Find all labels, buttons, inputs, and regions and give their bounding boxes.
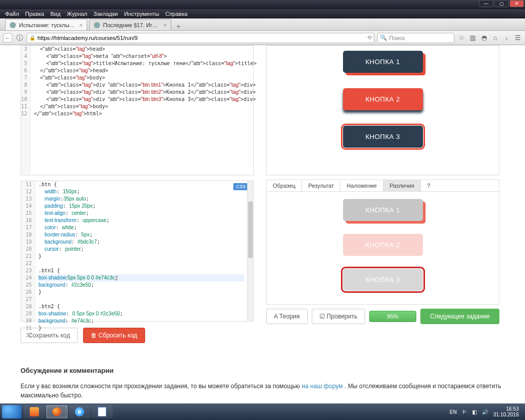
menu-history[interactable]: Журнал bbox=[65, 11, 89, 17]
menu-help[interactable]: Справка bbox=[163, 11, 189, 17]
menu-edit[interactable]: Правка bbox=[23, 11, 46, 17]
menu-bookmarks[interactable]: Закладки bbox=[91, 11, 120, 17]
discussion-text: Если у вас возникли сложности при прохож… bbox=[21, 383, 301, 390]
time-text: 16:53 bbox=[493, 406, 519, 412]
search-icon: 🔍 bbox=[380, 34, 387, 41]
search-input[interactable]: 🔍 Поиск bbox=[377, 33, 454, 43]
clock[interactable]: 16:53 31.10.2016 bbox=[493, 406, 519, 417]
search-placeholder: Поиск bbox=[389, 35, 405, 41]
bookmark-icon[interactable]: ☆ bbox=[457, 34, 466, 42]
compare-tab-result[interactable]: Результат bbox=[302, 180, 340, 191]
menu-file[interactable]: Файл bbox=[3, 11, 21, 17]
preview-button-1: КНОПКА 1 bbox=[343, 51, 423, 73]
preview-pane: КНОПКА 1 КНОПКА 2 КНОПКА 3 bbox=[266, 45, 499, 175]
browser-tab-0[interactable]: Испытание: тусклые тени… × bbox=[5, 19, 87, 30]
reset-label: Сбросить код bbox=[98, 332, 137, 339]
css-code[interactable]: .btn { width: 150px; margin:35px auto; p… bbox=[35, 181, 247, 321]
home-icon[interactable]: ⌂ bbox=[491, 34, 499, 42]
flag-icon[interactable]: 🏳 bbox=[462, 409, 467, 415]
discussion-heading: Обсуждение и комментарии bbox=[21, 367, 504, 374]
menu-tools[interactable]: Инструменты bbox=[122, 11, 161, 17]
css-badge: CSS bbox=[233, 183, 248, 190]
taskbar-item-doc[interactable] bbox=[91, 405, 113, 418]
library-icon[interactable]: ▥ bbox=[469, 34, 477, 42]
downloads-icon[interactable]: ↓ bbox=[502, 34, 511, 42]
compare-tab-overlay[interactable]: Наложение bbox=[340, 180, 383, 191]
new-tab-button[interactable]: + bbox=[173, 23, 184, 30]
volume-icon[interactable]: 🔊 bbox=[482, 409, 488, 415]
compare-tab-diff[interactable]: Различия bbox=[383, 180, 421, 191]
date-text: 31.10.2016 bbox=[493, 412, 519, 417]
forum-link[interactable]: на наш форум bbox=[301, 383, 342, 390]
taskbar-item-wmp[interactable] bbox=[24, 405, 45, 418]
check-button[interactable]: ☑ Проверить bbox=[312, 309, 365, 324]
url-text: https://htmlacademy.ru/courses/51/run/9 bbox=[37, 35, 137, 41]
internet-explorer-icon bbox=[75, 407, 84, 416]
compare-tab-sample[interactable]: Образец bbox=[267, 180, 302, 191]
browser-addressbar: ← ⓘ 🔒 https://htmlacademy.ru/courses/51/… bbox=[0, 31, 525, 45]
tab-title: Испытание: тусклые тени… bbox=[19, 22, 75, 28]
taskbar-item-firefox[interactable] bbox=[46, 405, 68, 418]
tab-close-icon[interactable]: × bbox=[164, 22, 167, 28]
reset-code-button[interactable]: 🗑 Сбросить код bbox=[83, 328, 145, 343]
pocket-icon[interactable]: ◓ bbox=[480, 34, 488, 42]
css-editor[interactable]: CSS 11 12 13 14 15 16 17 18 19 20 21 22 … bbox=[21, 181, 254, 322]
favicon-icon bbox=[94, 22, 100, 28]
menu-view[interactable]: Вид bbox=[48, 11, 63, 17]
html-code[interactable]: <"attr">class="tag">head> <"attr">class=… bbox=[31, 46, 259, 175]
minimize-button[interactable]: — bbox=[479, 0, 493, 7]
diff-button-1: КНОПКА 1 bbox=[343, 199, 423, 221]
info-icon[interactable]: ⓘ bbox=[15, 34, 24, 42]
diff-button-3: КНОПКА 3 bbox=[343, 269, 423, 291]
comparison-pane: Образец Результат Наложение Различия ? К… bbox=[266, 179, 499, 305]
close-button[interactable]: ✕ bbox=[510, 0, 524, 7]
trash-icon: 🗑 bbox=[91, 332, 98, 339]
checkmark-icon: ☑ bbox=[319, 313, 327, 320]
preview-button-3: КНОПКА 3 bbox=[343, 126, 423, 148]
favicon-icon bbox=[10, 22, 16, 28]
theory-label: Теория bbox=[279, 313, 300, 320]
maximize-button[interactable]: ▢ bbox=[494, 0, 509, 7]
url-input[interactable]: 🔒 https://htmlacademy.ru/courses/51/run/… bbox=[27, 33, 374, 43]
font-icon: A bbox=[274, 313, 279, 320]
compare-tab-help[interactable]: ? bbox=[421, 180, 436, 191]
progress-bar: 95% bbox=[369, 311, 416, 322]
scrollbar-thumb[interactable] bbox=[248, 202, 253, 258]
html-gutter: 3 4 5 6 7 8 9 10 11 12 bbox=[21, 46, 31, 175]
network-icon[interactable]: ◧ bbox=[472, 409, 477, 415]
windows-taskbar: EN 🏳 ◧ 🔊 16:53 31.10.2016 bbox=[0, 404, 525, 420]
preview-button-2: КНОПКА 2 bbox=[343, 88, 423, 110]
firefox-icon bbox=[52, 407, 62, 416]
diff-button-2: КНОПКА 2 bbox=[343, 234, 423, 256]
document-icon bbox=[98, 407, 106, 416]
css-gutter: 11 12 13 14 15 16 17 18 19 20 21 22 23 2… bbox=[21, 181, 35, 321]
tab-close-icon[interactable]: × bbox=[79, 22, 83, 28]
reload-icon[interactable]: ⟲ bbox=[367, 34, 372, 41]
html-editor[interactable]: 3 4 5 6 7 8 9 10 11 12 <"attr">class="ta… bbox=[21, 45, 254, 175]
theory-button[interactable]: A Теория bbox=[266, 309, 308, 324]
menu-icon[interactable]: ☰ bbox=[514, 34, 522, 42]
check-label: Проверить bbox=[327, 313, 357, 320]
taskbar-item-ie[interactable] bbox=[69, 405, 90, 418]
media-player-icon bbox=[30, 407, 39, 416]
start-button[interactable] bbox=[2, 405, 22, 418]
browser-menubar: Файл Правка Вид Журнал Закладки Инструме… bbox=[0, 9, 525, 18]
tab-title: Последние §17. Игра тене… bbox=[103, 22, 159, 28]
css-scrollbar[interactable] bbox=[247, 181, 253, 321]
lock-icon: 🔒 bbox=[29, 35, 35, 41]
browser-tab-1[interactable]: Последние §17. Игра тене… × bbox=[89, 19, 171, 30]
window-titlebar: — ▢ ✕ bbox=[0, 0, 525, 9]
language-indicator[interactable]: EN bbox=[450, 409, 457, 415]
next-task-button[interactable]: Следующее задание bbox=[420, 309, 499, 324]
browser-tabstrip: Испытание: тусклые тени… × Последние §17… bbox=[0, 18, 525, 31]
back-button[interactable]: ← bbox=[3, 33, 12, 43]
